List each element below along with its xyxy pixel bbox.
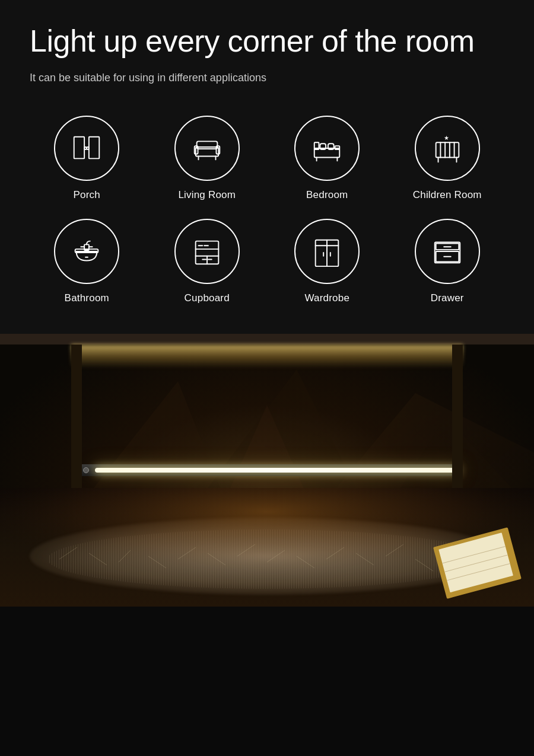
icon-circle-cupboard	[174, 219, 240, 284]
crib-icon: ★	[430, 131, 465, 165]
svg-rect-1	[89, 136, 99, 158]
main-title: Light up every corner of the room	[30, 24, 504, 59]
bathroom-label: Bathroom	[65, 292, 109, 304]
children-room-label: Children Room	[413, 189, 482, 201]
wardrobe-icon	[310, 234, 344, 269]
icon-item-living-room: Living Room	[150, 116, 265, 201]
drawer-icon	[430, 234, 465, 269]
icons-grid: Porch	[30, 110, 504, 316]
cupboard-label: Cupboard	[185, 292, 230, 304]
icon-item-cupboard: Cupboard	[150, 219, 265, 304]
icon-item-porch: Porch	[30, 116, 144, 201]
svg-point-3	[87, 147, 89, 149]
icon-circle-wardrobe	[294, 219, 360, 284]
living-room-label: Living Room	[178, 189, 236, 201]
icon-circle-porch	[54, 116, 119, 181]
sofa-icon	[190, 131, 224, 165]
porch-label: Porch	[74, 189, 100, 201]
page-wrapper: Light up every corner of the room It can…	[0, 0, 534, 756]
led-housing	[71, 464, 463, 476]
svg-rect-43	[434, 242, 460, 263]
icon-circle-bathroom	[54, 219, 119, 284]
drawer-label: Drawer	[431, 292, 464, 304]
table-right-leg	[452, 344, 463, 499]
door-icon	[69, 131, 104, 165]
bottom-section	[0, 334, 534, 607]
table-left-leg	[71, 344, 82, 499]
cupboard-icon	[190, 234, 224, 269]
bedroom-label: Bedroom	[306, 189, 348, 201]
light-glow	[71, 344, 463, 368]
subtitle: It can be suitable for using in differen…	[30, 70, 326, 86]
icon-circle-drawer	[415, 219, 480, 284]
bed-icon	[310, 131, 344, 165]
icon-item-bathroom: Bathroom	[30, 219, 144, 304]
sink-icon	[69, 234, 104, 269]
icon-item-bedroom: Bedroom	[270, 116, 384, 201]
icon-item-children-room: ★ Children Room	[390, 116, 505, 201]
table-surface	[0, 334, 534, 344]
svg-rect-0	[74, 136, 84, 158]
icon-circle-living-room	[174, 116, 240, 181]
wardrobe-label: Wardrobe	[304, 292, 349, 304]
floor-area	[0, 488, 534, 607]
sensor-dot	[83, 467, 89, 473]
led-strip	[95, 468, 460, 473]
floor-light-svg	[0, 488, 534, 607]
svg-rect-5	[196, 141, 217, 149]
icon-item-drawer: Drawer	[390, 219, 505, 304]
top-section: Light up every corner of the room It can…	[0, 0, 534, 334]
svg-rect-17	[436, 142, 459, 157]
svg-text:★: ★	[443, 135, 449, 141]
svg-rect-12	[335, 146, 340, 149]
icon-item-wardrobe: Wardrobe	[270, 219, 384, 304]
icon-circle-bedroom	[294, 116, 360, 181]
icon-circle-children-room: ★	[415, 116, 480, 181]
